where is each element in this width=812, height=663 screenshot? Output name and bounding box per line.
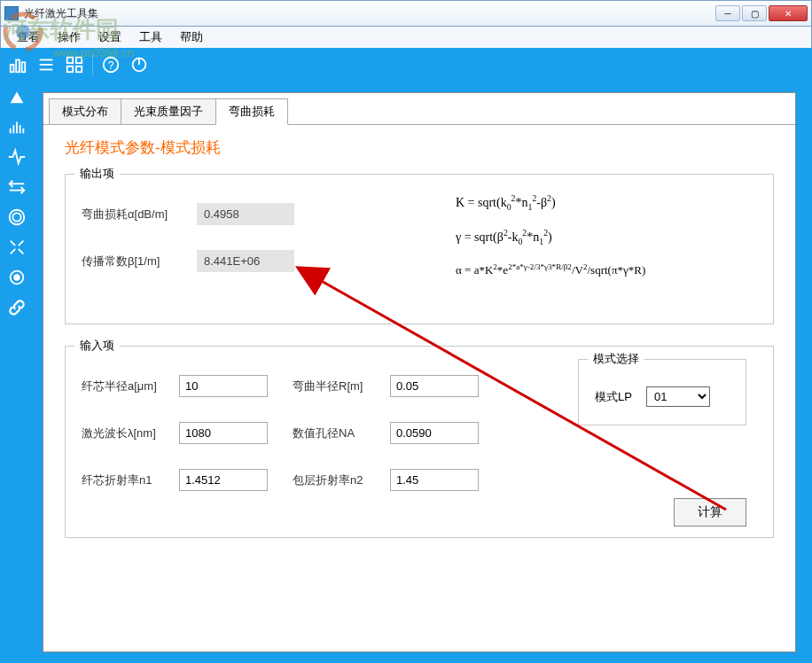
mode-lp-select[interactable]: 01 xyxy=(646,386,710,407)
tool-power-icon[interactable] xyxy=(127,52,152,77)
svg-text:?: ? xyxy=(108,59,114,72)
tool-chart-icon[interactable] xyxy=(5,52,30,77)
n2-input[interactable] xyxy=(390,469,479,491)
svg-rect-4 xyxy=(22,62,26,72)
input-group: 输入项 纤芯半径a[μm] 弯曲半径R[m] xyxy=(65,346,774,538)
wavelength-input[interactable] xyxy=(179,422,268,444)
window-titlebar: 光纤激光工具集 ─ ▢ ✕ xyxy=(0,0,812,27)
svg-rect-9 xyxy=(76,58,82,63)
toolbar: ? xyxy=(0,48,812,82)
formulas: K = sqrt(k02*n12-β2) γ = sqrt(β2-k02*n12… xyxy=(456,185,645,287)
formula-gamma: γ = sqrt(β2-k02*n12) xyxy=(456,220,645,254)
toolbar-separator xyxy=(92,54,93,75)
output-group: 输出项 弯曲损耗α[dB/m] 0.4958 传播常数β[1/m] 8.441E… xyxy=(65,174,774,324)
menu-help[interactable]: 帮助 xyxy=(171,29,212,45)
mode-lp-label: 模式LP xyxy=(595,389,632,405)
side-expand-icon[interactable] xyxy=(4,234,30,261)
n2-label: 包层折射率n2 xyxy=(293,472,390,488)
svg-rect-2 xyxy=(11,65,14,72)
core-radius-label: 纤芯半径a[μm] xyxy=(82,378,179,394)
calculate-button[interactable]: 计算 xyxy=(674,498,746,526)
menu-tools[interactable]: 工具 xyxy=(130,29,171,45)
svg-marker-16 xyxy=(11,92,24,104)
side-arrows-icon[interactable] xyxy=(4,174,30,200)
bend-loss-label: 弯曲损耗α[dB/m] xyxy=(82,207,197,222)
side-triangle-icon[interactable] xyxy=(4,83,30,110)
side-target-icon[interactable] xyxy=(4,264,30,291)
beta-label: 传播常数β[1/m] xyxy=(82,254,197,269)
side-link-icon[interactable] xyxy=(4,294,30,321)
tool-grid-icon[interactable] xyxy=(62,52,87,77)
na-label: 数值孔径NA xyxy=(293,425,390,441)
main-panel: 模式分布 光束质量因子 弯曲损耗 光纤模式参数-模式损耗 输出项 弯曲损耗α[d… xyxy=(43,92,796,652)
mode-select-title: 模式选择 xyxy=(588,351,644,367)
formula-k: K = sqrt(k02*n12-β2) xyxy=(456,185,645,220)
maximize-button[interactable]: ▢ xyxy=(742,5,767,21)
svg-point-27 xyxy=(14,275,20,280)
section-title: 光纤模式参数-模式损耗 xyxy=(65,137,774,158)
side-pulse-icon[interactable] xyxy=(4,144,30,170)
sidebar xyxy=(0,82,34,663)
mode-select-group: 模式选择 模式LP 01 xyxy=(578,359,746,425)
menu-settings[interactable]: 设置 xyxy=(90,29,130,45)
svg-point-24 xyxy=(10,210,25,225)
bend-radius-label: 弯曲半径R[m] xyxy=(293,378,390,394)
bend-loss-value: 0.4958 xyxy=(197,203,294,225)
close-button[interactable]: ✕ xyxy=(769,5,808,21)
tool-help-icon[interactable]: ? xyxy=(98,52,123,77)
svg-rect-10 xyxy=(67,66,73,72)
tab-beam-quality[interactable]: 光束质量因子 xyxy=(121,98,216,124)
svg-point-1 xyxy=(16,25,30,39)
tab-bend-loss[interactable]: 弯曲损耗 xyxy=(215,98,288,125)
wavelength-label: 激光波长λ[nm] xyxy=(82,425,179,441)
window-title: 光纤激光工具集 xyxy=(24,6,715,21)
svg-rect-18 xyxy=(12,125,14,133)
svg-rect-20 xyxy=(20,125,21,133)
watermark-logo xyxy=(2,11,44,53)
svg-point-25 xyxy=(12,213,20,221)
menu-operate[interactable]: 操作 xyxy=(49,29,90,45)
tab-mode-distribution[interactable]: 模式分布 xyxy=(49,98,121,124)
svg-rect-8 xyxy=(67,58,73,63)
output-group-title: 输出项 xyxy=(74,166,120,182)
tool-list-icon[interactable] xyxy=(34,52,59,77)
svg-rect-11 xyxy=(76,66,82,72)
input-group-title: 输入项 xyxy=(74,338,120,354)
svg-rect-21 xyxy=(22,129,24,134)
n1-input[interactable] xyxy=(179,469,268,491)
bend-radius-input[interactable] xyxy=(390,375,479,397)
formula-alpha: α = a*K2*e2*a*γ-2/3*γ3*R/β2/V2/sqrt(π*γ*… xyxy=(456,254,645,286)
side-bars-icon[interactable] xyxy=(4,113,30,140)
menubar: 查看 操作 设置 工具 帮助 xyxy=(0,27,812,48)
core-radius-input[interactable] xyxy=(179,375,268,397)
beta-value: 8.441E+06 xyxy=(197,250,294,272)
side-circles-icon[interactable] xyxy=(4,204,30,230)
n1-label: 纤芯折射率n1 xyxy=(82,472,179,488)
minimize-button[interactable]: ─ xyxy=(715,5,740,21)
svg-rect-3 xyxy=(16,60,20,73)
svg-rect-19 xyxy=(16,122,18,134)
na-input[interactable] xyxy=(390,422,479,444)
svg-rect-17 xyxy=(10,129,12,134)
